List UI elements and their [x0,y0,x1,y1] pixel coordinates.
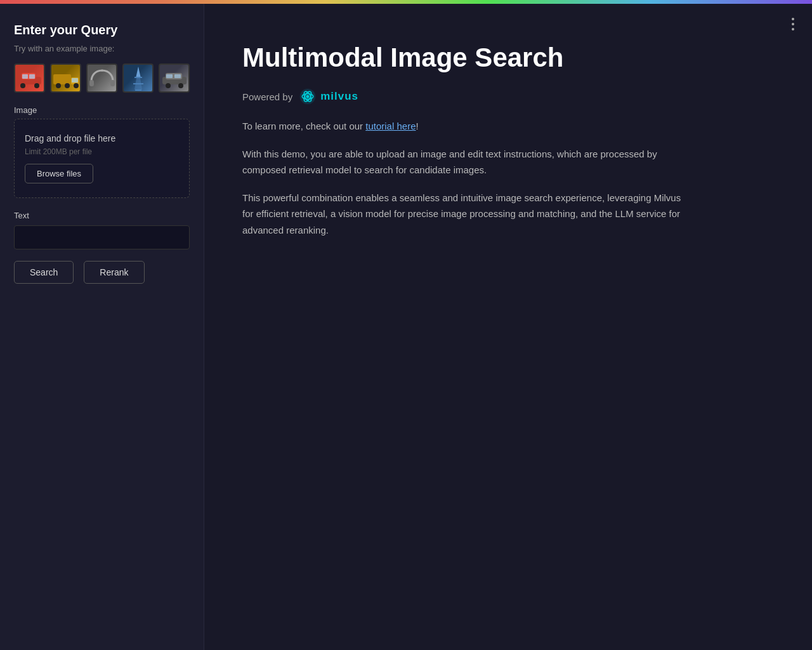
svg-rect-5 [29,74,35,79]
svg-point-22 [178,83,183,88]
main-layout: Enter your Query Try with an example ima… [0,4,812,650]
powered-by-row: Powered by milvus [242,88,774,105]
svg-rect-18 [135,90,141,91]
svg-point-9 [56,83,61,88]
example-image-eiffel[interactable] [122,63,154,93]
example-images-row [14,63,190,93]
svg-rect-6 [53,74,71,84]
desc2: This powerful combination enables a seam… [242,190,686,239]
svg-marker-15 [136,67,141,78]
svg-rect-13 [110,80,115,86]
text-input[interactable] [14,225,190,249]
svg-rect-24 [174,74,181,78]
svg-rect-4 [22,74,28,79]
milvus-icon [299,88,317,105]
svg-point-2 [20,83,25,88]
tutorial-suffix: ! [416,121,418,131]
example-image-headphones[interactable] [86,63,117,93]
sidebar: Enter your Query Try with an example ima… [0,4,204,650]
content-area: Multimodal Image Search Powered by milvu… [204,4,812,650]
svg-point-29 [306,95,310,98]
svg-rect-12 [89,80,94,86]
rerank-button[interactable]: Rerank [84,261,144,284]
search-button[interactable]: Search [14,261,74,284]
milvus-name: milvus [320,90,358,103]
svg-point-21 [166,83,171,88]
dropzone[interactable]: Drag and drop file here Limit 200MB per … [14,119,190,198]
svg-rect-16 [133,83,143,84]
action-buttons: Search Rerank [14,261,190,284]
milvus-logo: milvus [299,88,358,105]
menu-dot-1 [792,18,794,20]
more-options-button[interactable] [789,15,797,33]
sidebar-subtitle: Try with an example image: [14,44,190,53]
sidebar-title: Enter your Query [14,23,190,37]
tutorial-description: To learn more, check out our tutorial he… [242,118,686,135]
svg-rect-8 [72,78,78,83]
example-image-truck[interactable] [50,63,81,93]
desc1: With this demo, you are able to upload a… [242,146,686,178]
example-image-car[interactable] [14,63,45,93]
text-label: Text [14,211,190,220]
svg-point-3 [34,83,39,88]
dropzone-title: Drag and drop file here [25,133,115,143]
tutorial-link[interactable]: tutorial here [365,121,416,131]
svg-point-11 [74,83,79,88]
powered-by-text: Powered by [242,91,292,102]
page-title: Multimodal Image Search [242,42,774,74]
svg-point-10 [65,83,70,88]
dropzone-limit: Limit 200MB per file [25,147,92,156]
menu-dot-2 [792,23,794,25]
svg-rect-23 [166,74,173,78]
svg-rect-17 [134,77,142,78]
image-label: Image [14,105,190,115]
browse-files-button[interactable]: Browse files [25,164,93,183]
tutorial-prefix: To learn more, check out our [242,121,365,131]
menu-dot-3 [792,28,794,30]
example-image-car2[interactable] [159,63,190,93]
